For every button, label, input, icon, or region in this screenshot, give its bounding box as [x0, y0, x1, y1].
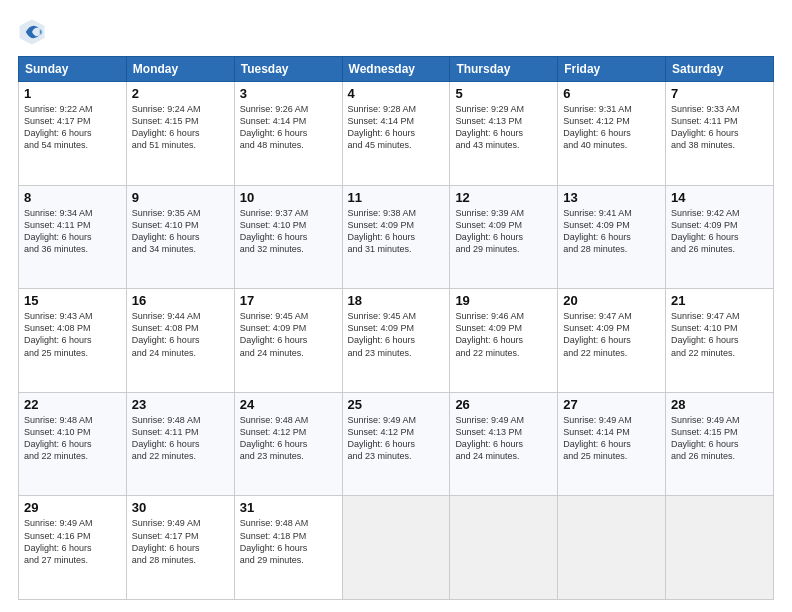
calendar-table: Sunday Monday Tuesday Wednesday Thursday… [18, 56, 774, 600]
calendar-cell: 26Sunrise: 9:49 AMSunset: 4:13 PMDayligh… [450, 392, 558, 496]
cell-text: Sunrise: 9:35 AMSunset: 4:10 PMDaylight:… [132, 207, 229, 256]
logo [18, 18, 48, 46]
cell-text: Sunrise: 9:48 AMSunset: 4:11 PMDaylight:… [132, 414, 229, 463]
cell-text: Sunrise: 9:48 AMSunset: 4:18 PMDaylight:… [240, 517, 337, 566]
cell-text: Sunrise: 9:33 AMSunset: 4:11 PMDaylight:… [671, 103, 768, 152]
day-number: 9 [132, 190, 229, 205]
calendar-cell: 4Sunrise: 9:28 AMSunset: 4:14 PMDaylight… [342, 82, 450, 186]
th-friday: Friday [558, 57, 666, 82]
th-saturday: Saturday [666, 57, 774, 82]
week-row-4: 22Sunrise: 9:48 AMSunset: 4:10 PMDayligh… [19, 392, 774, 496]
calendar-cell: 20Sunrise: 9:47 AMSunset: 4:09 PMDayligh… [558, 289, 666, 393]
calendar-cell: 25Sunrise: 9:49 AMSunset: 4:12 PMDayligh… [342, 392, 450, 496]
day-number: 8 [24, 190, 121, 205]
day-number: 7 [671, 86, 768, 101]
calendar-cell: 7Sunrise: 9:33 AMSunset: 4:11 PMDaylight… [666, 82, 774, 186]
cell-text: Sunrise: 9:49 AMSunset: 4:14 PMDaylight:… [563, 414, 660, 463]
cell-text: Sunrise: 9:29 AMSunset: 4:13 PMDaylight:… [455, 103, 552, 152]
day-number: 29 [24, 500, 121, 515]
cell-text: Sunrise: 9:24 AMSunset: 4:15 PMDaylight:… [132, 103, 229, 152]
day-number: 30 [132, 500, 229, 515]
calendar-cell: 21Sunrise: 9:47 AMSunset: 4:10 PMDayligh… [666, 289, 774, 393]
cell-text: Sunrise: 9:49 AMSunset: 4:15 PMDaylight:… [671, 414, 768, 463]
day-number: 17 [240, 293, 337, 308]
cell-text: Sunrise: 9:39 AMSunset: 4:09 PMDaylight:… [455, 207, 552, 256]
day-number: 19 [455, 293, 552, 308]
header [18, 18, 774, 46]
cell-text: Sunrise: 9:47 AMSunset: 4:09 PMDaylight:… [563, 310, 660, 359]
calendar-cell: 24Sunrise: 9:48 AMSunset: 4:12 PMDayligh… [234, 392, 342, 496]
cell-text: Sunrise: 9:44 AMSunset: 4:08 PMDaylight:… [132, 310, 229, 359]
calendar-body: 1Sunrise: 9:22 AMSunset: 4:17 PMDaylight… [19, 82, 774, 600]
cell-text: Sunrise: 9:48 AMSunset: 4:10 PMDaylight:… [24, 414, 121, 463]
cell-text: Sunrise: 9:41 AMSunset: 4:09 PMDaylight:… [563, 207, 660, 256]
day-number: 15 [24, 293, 121, 308]
cell-text: Sunrise: 9:49 AMSunset: 4:13 PMDaylight:… [455, 414, 552, 463]
day-number: 23 [132, 397, 229, 412]
day-number: 10 [240, 190, 337, 205]
calendar-cell [342, 496, 450, 600]
calendar-cell: 11Sunrise: 9:38 AMSunset: 4:09 PMDayligh… [342, 185, 450, 289]
calendar-cell: 27Sunrise: 9:49 AMSunset: 4:14 PMDayligh… [558, 392, 666, 496]
calendar-cell: 16Sunrise: 9:44 AMSunset: 4:08 PMDayligh… [126, 289, 234, 393]
week-row-5: 29Sunrise: 9:49 AMSunset: 4:16 PMDayligh… [19, 496, 774, 600]
calendar-cell: 1Sunrise: 9:22 AMSunset: 4:17 PMDaylight… [19, 82, 127, 186]
cell-text: Sunrise: 9:37 AMSunset: 4:10 PMDaylight:… [240, 207, 337, 256]
calendar-cell [666, 496, 774, 600]
cell-text: Sunrise: 9:48 AMSunset: 4:12 PMDaylight:… [240, 414, 337, 463]
calendar-cell: 2Sunrise: 9:24 AMSunset: 4:15 PMDaylight… [126, 82, 234, 186]
cell-text: Sunrise: 9:31 AMSunset: 4:12 PMDaylight:… [563, 103, 660, 152]
day-number: 5 [455, 86, 552, 101]
day-number: 4 [348, 86, 445, 101]
calendar-cell: 13Sunrise: 9:41 AMSunset: 4:09 PMDayligh… [558, 185, 666, 289]
cell-text: Sunrise: 9:45 AMSunset: 4:09 PMDaylight:… [348, 310, 445, 359]
week-row-2: 8Sunrise: 9:34 AMSunset: 4:11 PMDaylight… [19, 185, 774, 289]
calendar-cell: 31Sunrise: 9:48 AMSunset: 4:18 PMDayligh… [234, 496, 342, 600]
day-number: 25 [348, 397, 445, 412]
cell-text: Sunrise: 9:47 AMSunset: 4:10 PMDaylight:… [671, 310, 768, 359]
day-number: 6 [563, 86, 660, 101]
day-number: 24 [240, 397, 337, 412]
cell-text: Sunrise: 9:46 AMSunset: 4:09 PMDaylight:… [455, 310, 552, 359]
calendar-cell: 6Sunrise: 9:31 AMSunset: 4:12 PMDaylight… [558, 82, 666, 186]
header-row: Sunday Monday Tuesday Wednesday Thursday… [19, 57, 774, 82]
cell-text: Sunrise: 9:22 AMSunset: 4:17 PMDaylight:… [24, 103, 121, 152]
calendar-cell: 30Sunrise: 9:49 AMSunset: 4:17 PMDayligh… [126, 496, 234, 600]
calendar-cell [450, 496, 558, 600]
cell-text: Sunrise: 9:43 AMSunset: 4:08 PMDaylight:… [24, 310, 121, 359]
cell-text: Sunrise: 9:34 AMSunset: 4:11 PMDaylight:… [24, 207, 121, 256]
th-sunday: Sunday [19, 57, 127, 82]
th-thursday: Thursday [450, 57, 558, 82]
day-number: 3 [240, 86, 337, 101]
day-number: 20 [563, 293, 660, 308]
day-number: 12 [455, 190, 552, 205]
calendar-cell: 18Sunrise: 9:45 AMSunset: 4:09 PMDayligh… [342, 289, 450, 393]
day-number: 21 [671, 293, 768, 308]
calendar-cell: 8Sunrise: 9:34 AMSunset: 4:11 PMDaylight… [19, 185, 127, 289]
th-wednesday: Wednesday [342, 57, 450, 82]
calendar-cell: 17Sunrise: 9:45 AMSunset: 4:09 PMDayligh… [234, 289, 342, 393]
calendar-cell: 15Sunrise: 9:43 AMSunset: 4:08 PMDayligh… [19, 289, 127, 393]
cell-text: Sunrise: 9:49 AMSunset: 4:12 PMDaylight:… [348, 414, 445, 463]
day-number: 31 [240, 500, 337, 515]
calendar-cell: 9Sunrise: 9:35 AMSunset: 4:10 PMDaylight… [126, 185, 234, 289]
day-number: 28 [671, 397, 768, 412]
calendar-header: Sunday Monday Tuesday Wednesday Thursday… [19, 57, 774, 82]
calendar-cell: 22Sunrise: 9:48 AMSunset: 4:10 PMDayligh… [19, 392, 127, 496]
calendar-cell: 5Sunrise: 9:29 AMSunset: 4:13 PMDaylight… [450, 82, 558, 186]
week-row-3: 15Sunrise: 9:43 AMSunset: 4:08 PMDayligh… [19, 289, 774, 393]
calendar-cell: 14Sunrise: 9:42 AMSunset: 4:09 PMDayligh… [666, 185, 774, 289]
day-number: 1 [24, 86, 121, 101]
cell-text: Sunrise: 9:49 AMSunset: 4:17 PMDaylight:… [132, 517, 229, 566]
day-number: 18 [348, 293, 445, 308]
calendar-cell: 3Sunrise: 9:26 AMSunset: 4:14 PMDaylight… [234, 82, 342, 186]
day-number: 27 [563, 397, 660, 412]
week-row-1: 1Sunrise: 9:22 AMSunset: 4:17 PMDaylight… [19, 82, 774, 186]
calendar-cell: 28Sunrise: 9:49 AMSunset: 4:15 PMDayligh… [666, 392, 774, 496]
calendar-cell [558, 496, 666, 600]
cell-text: Sunrise: 9:45 AMSunset: 4:09 PMDaylight:… [240, 310, 337, 359]
calendar-cell: 23Sunrise: 9:48 AMSunset: 4:11 PMDayligh… [126, 392, 234, 496]
page: Sunday Monday Tuesday Wednesday Thursday… [0, 0, 792, 612]
cell-text: Sunrise: 9:42 AMSunset: 4:09 PMDaylight:… [671, 207, 768, 256]
cell-text: Sunrise: 9:38 AMSunset: 4:09 PMDaylight:… [348, 207, 445, 256]
